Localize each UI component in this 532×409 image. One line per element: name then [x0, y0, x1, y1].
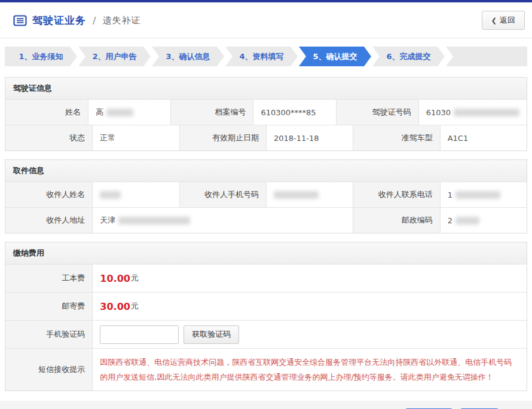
postage-fee-amount: 30.00 — [100, 301, 130, 312]
page-title: 驾驶证业务 — [32, 14, 86, 27]
recipient-address-label: 收件人地址 — [5, 208, 92, 233]
step-3-confirm-info: 3、确认信息 — [152, 47, 224, 66]
breadcrumb-current: 遗失补证 — [102, 15, 140, 26]
recipient-phone-value: 1 — [440, 182, 527, 207]
vehicle-class-label: 准驾车型 — [353, 125, 439, 150]
footer-action-bar: 上一步 完成 — [0, 401, 532, 409]
breadcrumb-separator: / — [93, 15, 96, 26]
chevron-left-icon: ❮ — [491, 17, 497, 24]
name-label: 姓名 — [5, 100, 88, 125]
status-value: 正常 — [92, 125, 179, 150]
name-value: 高 — [88, 100, 170, 125]
postal-code-label: 邮政编码 — [353, 208, 439, 233]
license-info-section: 驾驶证信息 姓名 高 档案编号 610300****85 驾驶证号码 61030… — [5, 77, 527, 151]
file-no-label: 档案编号 — [170, 100, 253, 125]
get-sms-code-button[interactable]: 获取验证码 — [184, 325, 239, 344]
redaction-blur — [455, 217, 479, 225]
recipient-address-value-text: 天津 — [100, 215, 115, 226]
sms-notice-label: 短信接收提示 — [5, 349, 92, 390]
sms-code-label: 手机验证码 — [5, 321, 92, 348]
step-4-fill-data: 4、资料填写 — [225, 47, 298, 66]
recipient-phone-value-text: 1 — [448, 190, 452, 199]
pickup-section-title: 取件信息 — [5, 160, 527, 182]
table-row: 姓名 高 档案编号 610300****85 驾驶证号码 61030 — [5, 99, 527, 125]
step-1-notice: 1、业务须知 — [5, 47, 77, 66]
redaction-blur — [454, 109, 519, 116]
redaction-blur — [118, 217, 190, 225]
back-button-label: 返回 — [500, 15, 515, 26]
recipient-mobile-label: 收件人手机号码 — [179, 182, 266, 207]
redaction-blur — [274, 191, 319, 199]
list-icon — [13, 15, 27, 26]
table-row: 状态 正常 有效期止日期 2018-11-18 准驾车型 A1C1 — [5, 125, 527, 150]
recipient-name-value — [92, 182, 179, 207]
license-no-label: 驾驶证号码 — [336, 100, 418, 125]
redaction-blur — [455, 191, 500, 199]
table-row: 收件人地址 天津 邮政编码 2 — [5, 207, 527, 233]
table-row: 手机验证码 获取验证码 — [5, 320, 527, 348]
vehicle-class-value: A1C1 — [440, 125, 527, 150]
production-fee-value: 10.00 元 — [92, 265, 527, 292]
postage-fee-label: 邮寄费 — [5, 293, 92, 320]
recipient-phone-label: 收件人联系电话 — [353, 182, 439, 207]
recipient-address-value: 天津 — [92, 208, 353, 233]
license-no-value: 61030 — [418, 100, 527, 125]
sms-code-cell: 获取验证码 — [92, 321, 527, 348]
step-5-confirm-submit: 5、确认提交 — [299, 47, 371, 66]
name-value-text: 高 — [96, 107, 103, 118]
postal-code-value: 2 — [440, 208, 527, 233]
recipient-mobile-value — [266, 182, 353, 207]
expiry-label: 有效期止日期 — [179, 125, 266, 150]
redaction-blur — [106, 109, 133, 116]
breadcrumb: 驾驶证业务 / 遗失补证 — [13, 14, 140, 27]
recipient-name-label: 收件人姓名 — [5, 182, 92, 207]
file-no-value: 610300****85 — [253, 100, 335, 125]
step-2-declare: 2、用户申告 — [78, 47, 151, 66]
back-button[interactable]: ❮ 返回 — [482, 11, 525, 30]
sms-code-input[interactable] — [100, 325, 179, 344]
step-6-complete: 6、完成提交 — [372, 47, 445, 66]
expiry-value: 2018-11-18 — [266, 125, 353, 150]
step-bar-filler — [446, 47, 527, 66]
production-fee-label: 工本费 — [5, 265, 92, 292]
status-label: 状态 — [5, 125, 92, 150]
table-row: 短信接收提示 因陕西省联通、电信运营商技术问题，陕西省互联网交通安全综合服务管理… — [5, 348, 527, 390]
redaction-blur — [100, 191, 121, 199]
table-row: 收件人姓名 收件人手机号码 收件人联系电话 1 — [5, 182, 527, 207]
table-row: 工本费 10.00 元 — [5, 264, 527, 292]
postage-fee-value: 30.00 元 — [92, 293, 527, 320]
production-fee-amount: 10.00 — [100, 273, 130, 284]
license-no-value-text: 61030 — [426, 108, 451, 117]
postal-code-value-text: 2 — [448, 216, 452, 225]
fees-section: 缴纳费用 工本费 10.00 元 邮寄费 30.00 元 手机验证码 获取验证码… — [5, 242, 527, 391]
postage-fee-unit: 元 — [131, 301, 139, 312]
production-fee-unit: 元 — [131, 273, 139, 284]
license-section-title: 驾驶证信息 — [5, 78, 527, 99]
page-header: 驾驶证业务 / 遗失补证 ❮ 返回 — [0, 2, 532, 38]
step-wizard: 1、业务须知 2、用户申告 3、确认信息 4、资料填写 5、确认提交 6、完成提… — [5, 47, 527, 66]
pickup-info-section: 取件信息 收件人姓名 收件人手机号码 收件人联系电话 1 收件人地址 天津 邮政… — [5, 159, 527, 233]
fees-section-title: 缴纳费用 — [5, 242, 527, 264]
table-row: 邮寄费 30.00 元 — [5, 292, 527, 320]
sms-notice-message: 因陕西省联通、电信运营商技术问题，陕西省互联网交通安全综合服务管理平台无法向持陕… — [92, 349, 527, 390]
